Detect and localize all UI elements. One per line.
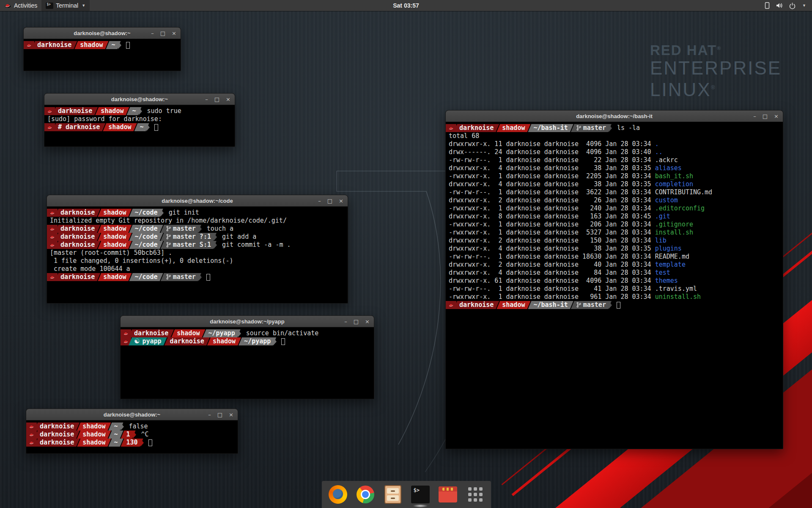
window-controls: –□× — [753, 110, 779, 121]
prompt-segment-host: shadow — [77, 431, 111, 439]
minimize-button[interactable]: – — [318, 198, 321, 204]
file-listing-row: drwxrwxr-x. 2 darknoise darknoise 40 Jan… — [446, 261, 783, 269]
prompt-segment-path: ~/code — [129, 209, 163, 217]
maximize-button[interactable]: □ — [160, 30, 165, 36]
dock-item-chrome[interactable] — [356, 485, 375, 504]
close-button[interactable]: × — [172, 30, 176, 36]
output-line: 1 file changed, 0 insertions(+), 0 delet… — [47, 257, 348, 265]
window-title: darknoise@shadow:~ — [74, 30, 130, 36]
terminal-cursor — [281, 338, 285, 345]
prompt-segment-host: shadow — [77, 439, 111, 447]
prompt-segment-git: master — [161, 225, 201, 233]
command-text: git commit -a -m . — [222, 241, 291, 249]
file-attributes: drwxrwxr-x. 4 darknoise darknoise 38 Jan… — [449, 245, 655, 252]
prompt-segment-path: ~ — [108, 439, 123, 447]
file-name: custom — [655, 196, 678, 204]
close-button[interactable]: × — [365, 319, 370, 324]
close-button[interactable]: × — [774, 113, 779, 119]
prompt-line: darknoiseshadow~1^C — [26, 431, 238, 439]
terminal-content[interactable]: darknoiseshadow~ — [24, 39, 181, 71]
window-titlebar[interactable]: darknoise@shadow:~/code–□× — [47, 195, 348, 207]
window-title: darknoise@shadow:~ — [111, 96, 168, 102]
activities-button[interactable]: Activities — [0, 0, 41, 11]
terminal-content[interactable]: darknoiseshadow~/codegit initInitialized… — [47, 207, 348, 304]
minimize-button[interactable]: – — [151, 30, 154, 36]
window-titlebar[interactable]: darknoise@shadow:~/pyapp–□× — [121, 316, 374, 327]
file-listing-row: drwxrwxr-x. 8 darknoise darknoise 163 Ja… — [446, 213, 783, 221]
file-name: install.sh — [655, 229, 693, 236]
file-listing-row: -rwxrwxr-x. 1 darknoise darknoise 206 Ja… — [446, 221, 783, 229]
dock-item-terminal[interactable]: $> — [411, 485, 430, 504]
terminal-window-code: darknoise@shadow:~/code–□×darknoiseshado… — [47, 195, 348, 304]
window-titlebar[interactable]: darknoise@shadow:~–□× — [24, 28, 181, 39]
terminal-cursor — [126, 42, 130, 49]
dock-item-app-grid[interactable] — [466, 485, 485, 504]
prompt-line: darknoiseshadow~ — [24, 41, 181, 49]
dock-item-firefox[interactable] — [328, 485, 348, 504]
window-titlebar[interactable]: darknoise@shadow:~–□× — [44, 94, 235, 105]
file-name: README.md — [655, 253, 689, 260]
command-text: ^C — [141, 431, 149, 439]
prompt-segment-path: ~/bash-it — [528, 124, 573, 132]
file-name: lib — [655, 237, 667, 244]
clock-container: Sat 03:57 — [0, 2, 812, 9]
file-attributes: -rwxrwxr-x. 1 darknoise darknoise 961 Ja… — [449, 293, 655, 301]
prompt-segment-host: shadow — [171, 329, 205, 337]
maximize-button[interactable]: □ — [214, 97, 219, 102]
file-name: completion — [655, 180, 693, 188]
prompt-segment-git: master — [571, 301, 612, 309]
system-status-area[interactable]: ▼ — [764, 0, 812, 11]
prompt-line: ☯pyappdarknoiseshadow~/pyapp — [121, 337, 374, 345]
close-button[interactable]: × — [226, 97, 230, 102]
window-titlebar[interactable]: darknoise@shadow:~–□× — [26, 409, 238, 420]
terminal-cursor — [148, 439, 152, 446]
file-listing-row: drwxrwxr-x. 4 darknoise darknoise 38 Jan… — [446, 245, 783, 253]
minimize-button[interactable]: – — [344, 319, 347, 324]
prompt-segment-user: darknoise — [55, 209, 100, 217]
terminal-content[interactable]: darknoiseshadow~/bash-itmasterls -latota… — [446, 122, 783, 449]
window-title: darknoise@shadow:~/pyapp — [210, 318, 284, 325]
prompt-segment-host: shadow — [98, 233, 132, 241]
file-name: .editorconfig — [655, 204, 705, 212]
prompt-line: darknoiseshadow~false — [26, 422, 238, 431]
terminal-window-exitcodes: darknoise@shadow:~–□×darknoiseshadow~fal… — [26, 409, 238, 454]
file-attributes: drwxrwxr-x. 2 darknoise darknoise 26 Jan… — [449, 196, 655, 204]
maximize-button[interactable]: □ — [327, 198, 332, 204]
prompt-line: darknoiseshadow~/bash-itmasterls -la — [446, 124, 783, 132]
prompt-segment-user: # darknoise — [52, 123, 105, 131]
activities-label: Activities — [14, 2, 37, 9]
file-listing-row: -rwxrwxr-x. 1 darknoise darknoise 2205 J… — [446, 172, 783, 180]
file-name: template — [655, 261, 686, 268]
prompt-segment-user: darknoise — [454, 124, 499, 132]
dock-item-files[interactable] — [383, 485, 403, 504]
prompt-segment-host: shadow — [103, 123, 137, 131]
prompt-line: darknoiseshadow~sudo true — [44, 107, 235, 115]
app-menu-terminal[interactable]: $> Terminal ▼ — [41, 0, 90, 11]
minimize-button[interactable]: – — [753, 113, 756, 119]
window-titlebar[interactable]: darknoise@shadow:~/bash-it–□× — [446, 110, 783, 122]
file-attributes: -rwxrwxr-x. 1 darknoise darknoise 206 Ja… — [449, 221, 655, 228]
maximize-button[interactable]: □ — [217, 412, 222, 417]
app-grid-icon — [467, 486, 484, 503]
terminal-cursor — [206, 274, 210, 281]
prompt-segment-host: shadow — [95, 107, 129, 115]
command-text: false — [129, 422, 148, 431]
terminal-content[interactable]: darknoiseshadow~/pyappsource bin/activat… — [121, 327, 374, 399]
maximize-button[interactable]: □ — [354, 319, 359, 324]
prompt-segment-path: ~ — [108, 431, 123, 439]
close-button[interactable]: × — [339, 198, 343, 204]
file-name: test — [655, 269, 670, 276]
terminal-content[interactable]: darknoiseshadow~falsedarknoiseshadow~1^C… — [26, 420, 238, 454]
maximize-button[interactable]: □ — [763, 113, 768, 119]
file-name: uninstall.sh — [655, 293, 701, 301]
clock[interactable]: Sat 03:57 — [393, 2, 419, 9]
terminal-cursor — [617, 302, 620, 309]
firefox-icon — [329, 485, 347, 504]
minimize-button[interactable]: – — [208, 412, 211, 417]
terminal-content[interactable]: darknoiseshadow~sudo true[sudo] password… — [44, 105, 235, 147]
minimize-button[interactable]: – — [205, 97, 208, 102]
file-attributes: drwxrwxr-x. 4 darknoise darknoise 38 Jan… — [449, 180, 655, 188]
prompt-segment-git: master ?:1 — [161, 233, 217, 241]
dock-item-toolbox[interactable] — [438, 485, 458, 504]
close-button[interactable]: × — [229, 412, 233, 417]
